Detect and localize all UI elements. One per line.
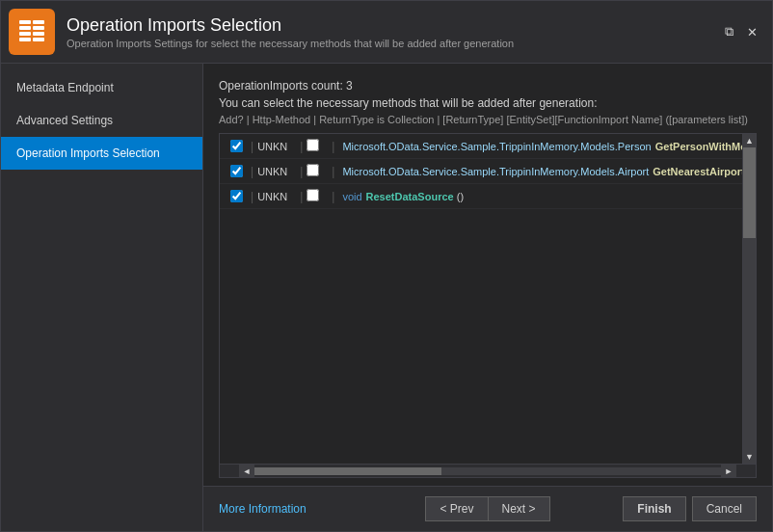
row3-funcname: ResetDataSource <box>366 191 454 202</box>
h-scroll-thumb[interactable] <box>254 467 441 475</box>
scroll-up-arrow[interactable]: ▲ <box>743 134 757 147</box>
vert-scroll-thumb[interactable] <box>743 147 757 238</box>
table-row: | UNKN | | Microsoft.OData.Service.Sampl… <box>220 134 742 159</box>
svg-rect-4 <box>19 32 31 36</box>
scroll-left-arrow[interactable]: ◄ <box>239 465 254 478</box>
restore-button[interactable]: ⧉ <box>720 23 737 40</box>
row3-collection[interactable] <box>307 189 328 204</box>
check-cell-2[interactable] <box>226 165 247 177</box>
footer-center: < Prev Next > <box>425 496 549 521</box>
row1-collection[interactable] <box>307 139 328 154</box>
operations-table: | UNKN | | Microsoft.OData.Service.Sampl… <box>219 133 757 478</box>
table-row: | UNKN | | void ResetDataSource () <box>220 184 742 209</box>
check-cell-3[interactable] <box>226 190 247 202</box>
sidebar-item-metadata-endpoint[interactable]: Metadata Endpoint <box>1 71 202 104</box>
vert-scroll-track[interactable] <box>743 147 757 450</box>
row2-funcname: GetNearestAirport <box>653 166 742 177</box>
finish-button[interactable]: Finish <box>623 496 685 521</box>
content-area: Metadata Endpoint Advanced Settings Oper… <box>1 64 772 531</box>
row2-collection-checkbox[interactable] <box>307 164 319 176</box>
close-button[interactable]: ✕ <box>743 23 760 40</box>
row3-type: void <box>342 191 361 202</box>
footer: More Information < Prev Next > Finish Ca… <box>203 486 772 531</box>
row1-funcname: GetPersonWithMostl <box>655 141 742 152</box>
svg-rect-6 <box>19 38 31 41</box>
window-controls: ⧉ ✕ <box>720 23 760 40</box>
sidebar-item-advanced-settings[interactable]: Advanced Settings <box>1 104 202 137</box>
row3-checkbox[interactable] <box>230 190 243 202</box>
svg-rect-0 <box>19 20 31 24</box>
desc-line: You can select the necessary methods tha… <box>219 96 757 110</box>
title-bar: Operation Imports Selection Operation Im… <box>1 1 772 64</box>
svg-rect-5 <box>33 32 44 36</box>
row3-params: () <box>454 191 464 202</box>
rows-area: | UNKN | | Microsoft.OData.Service.Sampl… <box>220 134 742 464</box>
cancel-button[interactable]: Cancel <box>692 496 757 521</box>
row1-checkbox[interactable] <box>230 140 243 152</box>
table-inner: | UNKN | | Microsoft.OData.Service.Sampl… <box>220 134 756 464</box>
scroll-down-arrow[interactable]: ▼ <box>743 450 757 464</box>
main-dialog: Operation Imports Selection Operation Im… <box>0 0 773 532</box>
svg-rect-7 <box>33 38 44 41</box>
app-icon-svg <box>16 16 47 47</box>
row2-method: UNKN <box>257 166 296 177</box>
count-line: OperationImports count: 3 <box>219 79 757 93</box>
horizontal-scrollbar: ◄ ► <box>220 464 756 477</box>
title-left: Operation Imports Selection Operation Im… <box>9 9 514 55</box>
title-text: Operation Imports Selection Operation Im… <box>67 15 514 49</box>
main-panel: OperationImports count: 3 You can select… <box>203 64 772 531</box>
info-header: OperationImports count: 3 You can select… <box>219 79 757 125</box>
scroll-right-arrow[interactable]: ► <box>721 465 736 478</box>
row1-namespace: Microsoft.OData.Service.Sample.TrippinIn… <box>342 141 651 152</box>
row2-collection[interactable] <box>307 164 328 179</box>
vertical-scrollbar: ▲ ▼ <box>742 134 756 464</box>
row3-method: UNKN <box>257 191 296 202</box>
format-line: Add? | Http-Method | ReturnType is Colle… <box>219 114 757 125</box>
check-cell-1[interactable] <box>226 140 247 152</box>
dialog-title: Operation Imports Selection <box>67 15 514 36</box>
footer-right: Finish Cancel <box>550 496 757 521</box>
row3-collection-checkbox[interactable] <box>307 189 319 201</box>
svg-rect-2 <box>19 26 31 30</box>
svg-rect-1 <box>33 20 44 24</box>
h-scroll-track[interactable] <box>254 467 721 475</box>
sidebar: Metadata Endpoint Advanced Settings Oper… <box>1 64 203 531</box>
app-icon <box>9 9 55 55</box>
prev-button[interactable]: < Prev <box>425 496 487 521</box>
svg-rect-3 <box>33 26 44 30</box>
row2-checkbox[interactable] <box>230 165 243 177</box>
footer-left: More Information <box>219 502 425 516</box>
more-info-link[interactable]: More Information <box>219 502 307 516</box>
table-row: | UNKN | | Microsoft.OData.Service.Sampl… <box>220 159 742 184</box>
sidebar-item-operation-imports-selection[interactable]: Operation Imports Selection <box>1 137 202 170</box>
next-button[interactable]: Next > <box>488 496 550 521</box>
row2-namespace: Microsoft.OData.Service.Sample.TrippinIn… <box>342 166 649 177</box>
dialog-subtitle: Operation Imports Settings for select th… <box>67 38 514 49</box>
row1-method: UNKN <box>257 141 296 152</box>
row1-collection-checkbox[interactable] <box>307 139 319 151</box>
main-content: OperationImports count: 3 You can select… <box>203 64 772 486</box>
